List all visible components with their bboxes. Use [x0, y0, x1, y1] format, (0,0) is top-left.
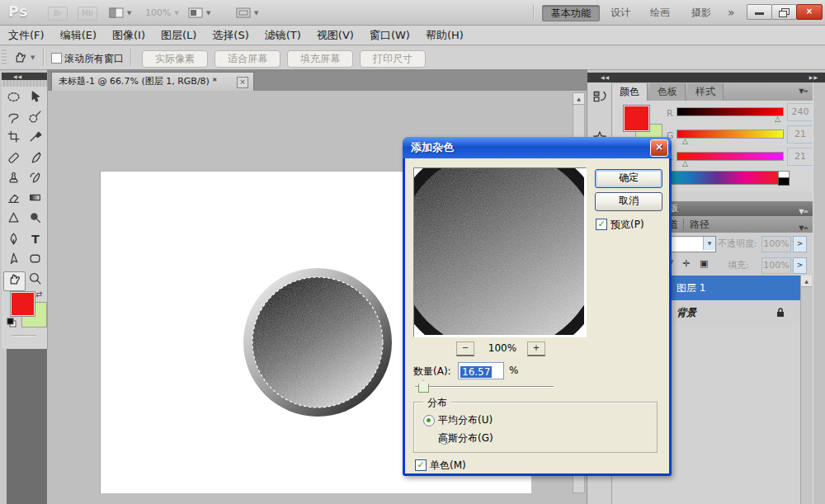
uniform-radio[interactable]	[423, 415, 435, 426]
document-tab[interactable]: 未标题-1 @ 66.7% (图层 1, RGB/8) * ×	[51, 72, 254, 91]
lock-icons[interactable]: ∕ ✛ ▣	[670, 258, 711, 269]
cancel-button[interactable]: 取消	[595, 192, 662, 211]
lasso-tool[interactable]	[3, 110, 24, 128]
crop-tool[interactable]	[3, 130, 24, 148]
noise-preview[interactable]	[413, 167, 587, 337]
brush-tool[interactable]	[25, 151, 45, 169]
move-icon	[28, 90, 42, 104]
menu-file[interactable]: 文件(F)	[8, 28, 45, 43]
clone-stamp-tool[interactable]	[3, 171, 24, 189]
slider-thumb-icon[interactable]: △	[775, 115, 780, 123]
eyedropper-tool[interactable]	[25, 130, 45, 148]
tab-paths[interactable]: 路径	[690, 216, 710, 233]
tab-swatches[interactable]: 色板	[650, 83, 686, 101]
amount-slider-track[interactable]	[415, 386, 554, 388]
menu-view[interactable]: 视图(V)	[317, 28, 354, 43]
spectrum-black-swatch[interactable]	[778, 177, 790, 186]
workspace-design-button[interactable]: 设计	[602, 5, 639, 20]
default-colors-icon[interactable]	[7, 318, 16, 327]
tools-collapse-bar[interactable]: ◀◀	[2, 73, 47, 80]
collapse-left-icon[interactable]: ◀◀	[601, 73, 610, 82]
shape-tool[interactable]	[25, 252, 45, 270]
opacity-arrow-button[interactable]: >	[793, 236, 807, 252]
menu-layer[interactable]: 图层(L)	[161, 28, 196, 43]
panel-foreground-swatch[interactable]	[623, 105, 650, 132]
channel-g-value[interactable]: 21	[787, 125, 813, 144]
tab-color[interactable]: 颜色	[612, 83, 648, 101]
channel-b-slider[interactable]: △	[676, 152, 784, 161]
channel-r-value[interactable]: 240	[787, 103, 813, 121]
hand-icon	[7, 272, 21, 286]
foreground-color-swatch[interactable]	[10, 291, 35, 317]
workspace-photo-button[interactable]: 摄影	[683, 5, 719, 20]
menu-image[interactable]: 图像(I)	[112, 28, 145, 43]
type-tool[interactable]: T	[25, 232, 45, 250]
zoom-tool[interactable]	[25, 271, 45, 290]
view-extras-button[interactable]: ▼	[188, 6, 210, 20]
screen-mode-button[interactable]: ▼	[236, 6, 258, 20]
menu-select[interactable]: 选择(S)	[212, 28, 248, 43]
restore-button[interactable]	[771, 4, 797, 20]
chevron-down-icon[interactable]: ▼	[703, 237, 715, 250]
amount-input[interactable]: 16.57	[458, 362, 504, 379]
fill-screen-button[interactable]: 填充屏幕	[287, 50, 353, 68]
menu-filter[interactable]: 滤镜(T)	[265, 28, 301, 43]
dialog-close-icon[interactable]: ×	[650, 139, 668, 157]
channel-b-value[interactable]: 21	[787, 148, 813, 166]
collapse-right-icon[interactable]: ▶▶	[809, 73, 818, 82]
workspace-basic-button[interactable]: 基本功能	[542, 5, 600, 21]
eraser-tool[interactable]	[3, 191, 24, 209]
history-brush-tool[interactable]	[25, 171, 45, 189]
mini-bridge-icon[interactable]: Mb	[78, 7, 97, 21]
fill-value[interactable]: 100%	[761, 257, 791, 274]
dialog-titlebar[interactable]: 添加杂色 ×	[403, 137, 672, 158]
scroll-up-icon[interactable]: ▲	[801, 276, 812, 287]
fit-screen-button[interactable]: 适合屏幕	[214, 50, 280, 68]
menu-window[interactable]: 窗口(W)	[370, 28, 410, 43]
preview-zoom-out-button[interactable]: −	[456, 341, 474, 356]
minimize-button[interactable]	[747, 4, 772, 20]
amount-slider-thumb[interactable]	[418, 380, 429, 393]
elliptical-marquee-tool[interactable]	[3, 90, 24, 108]
hand-tool[interactable]	[3, 271, 26, 291]
fill-arrow-button[interactable]: >	[793, 257, 807, 274]
quick-selection-tool[interactable]	[25, 110, 45, 128]
preview-checkbox[interactable]: ✓	[596, 219, 607, 230]
path-selection-tool[interactable]	[3, 252, 24, 270]
move-tool[interactable]	[25, 90, 45, 108]
tab-styles[interactable]: 样式	[688, 83, 724, 101]
hand-tool-preset[interactable]: ▼	[13, 50, 35, 64]
monochromatic-checkbox[interactable]: ✓	[415, 459, 427, 471]
workspace-paint-button[interactable]: 绘画	[642, 5, 678, 20]
arrange-documents-button[interactable]: ▼	[109, 6, 131, 20]
opacity-value[interactable]: 100%	[761, 236, 791, 252]
channel-g-slider[interactable]: △	[676, 130, 784, 139]
pen-tool[interactable]	[3, 232, 24, 250]
zoom-level-control[interactable]: 100% ▼	[145, 6, 179, 20]
dodge-burn-tool[interactable]	[25, 210, 45, 228]
scroll-all-windows-checkbox[interactable]	[51, 53, 62, 64]
slider-thumb-icon[interactable]: △	[682, 137, 688, 145]
healing-brush-tool[interactable]	[3, 151, 24, 169]
slider-thumb-icon[interactable]: △	[682, 159, 688, 167]
actual-pixels-button[interactable]: 实际像素	[142, 50, 208, 68]
ok-button[interactable]: 确定	[595, 169, 662, 188]
bridge-icon[interactable]: Br	[48, 7, 68, 21]
blur-tool[interactable]	[3, 210, 24, 228]
swap-colors-icon[interactable]: ⇄	[35, 290, 42, 299]
menu-help[interactable]: 帮助(H)	[426, 28, 464, 43]
gradient-tool[interactable]	[25, 191, 45, 209]
print-size-button[interactable]: 打印尺寸	[360, 50, 426, 68]
dock-collapse-bar[interactable]: ◀◀ ▶▶	[587, 73, 825, 82]
close-button[interactable]: ×	[796, 4, 823, 20]
layers-scrollbar[interactable]: ▲	[800, 276, 813, 504]
workspace-more-chevron[interactable]: »	[719, 5, 743, 20]
history-panel-icon[interactable]	[590, 89, 610, 109]
scroll-up-icon[interactable]: ▲	[573, 93, 584, 105]
panel-menu-icon[interactable]: ▼≡	[799, 87, 808, 95]
menu-edit[interactable]: 编辑(E)	[60, 28, 97, 43]
channel-r-slider[interactable]: △	[676, 107, 784, 116]
preview-zoom-in-button[interactable]: +	[527, 341, 545, 356]
photoshop-logo: Ps	[8, 3, 28, 20]
document-tab-close-icon[interactable]: ×	[237, 77, 248, 88]
